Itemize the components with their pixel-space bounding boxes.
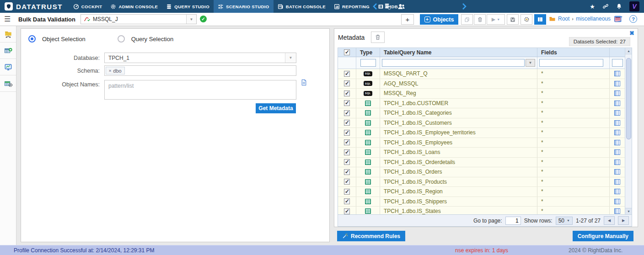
brand[interactable]: DATATRUST bbox=[0, 0, 69, 13]
action-filter-input[interactable] bbox=[612, 59, 623, 67]
name-filter-input[interactable] bbox=[382, 59, 525, 67]
col-type-header[interactable]: Type bbox=[356, 48, 380, 57]
connection-dropdown-arrow-icon[interactable]: ▼ bbox=[186, 15, 196, 24]
objects-button[interactable]: + Objects bbox=[420, 14, 458, 25]
table-row[interactable]: TPCH_1.dbo.IS_Region * bbox=[338, 187, 632, 197]
row-checkbox[interactable] bbox=[344, 179, 350, 185]
table-row[interactable]: TPCH_1.dbo.IS_Customers * bbox=[338, 118, 632, 128]
query-selection-radio[interactable] bbox=[118, 35, 125, 42]
nav-item-scenario-studio[interactable]: SCENARIO STUDIO bbox=[214, 0, 274, 13]
row-checkbox[interactable] bbox=[344, 100, 350, 106]
database-select[interactable]: TPCH_1 ▼ bbox=[104, 53, 296, 63]
bell-icon[interactable] bbox=[616, 3, 622, 10]
chip-remove-icon[interactable]: × bbox=[109, 69, 111, 73]
script-icon[interactable] bbox=[613, 14, 623, 24]
table-row[interactable]: TPCH_1.dbo.IS_Employee_territories * bbox=[338, 128, 632, 138]
nav-item-batch-console[interactable]: BATCH CONSOLE bbox=[274, 0, 330, 13]
dataset-add-icon[interactable] bbox=[0, 42, 16, 59]
hamburger-icon[interactable]: ☰ bbox=[4, 15, 11, 23]
table-row[interactable]: SQL MSSQL_Reg * bbox=[338, 89, 632, 99]
database-dropdown-arrow-icon[interactable]: ▼ bbox=[285, 53, 296, 63]
table-row[interactable]: TPCH_1.dbo.IS_Categories * bbox=[338, 108, 632, 118]
select-all-checkbox[interactable] bbox=[344, 49, 350, 55]
run-caret-icon[interactable]: ▼ bbox=[497, 18, 500, 21]
help-icon[interactable]: ? bbox=[629, 15, 637, 23]
nav-scroll-right-icon[interactable] bbox=[462, 3, 467, 10]
row-checkbox[interactable] bbox=[344, 80, 350, 86]
star-icon[interactable]: ★ bbox=[590, 3, 595, 10]
fields-filter-input[interactable] bbox=[539, 59, 603, 67]
row-columns-icon[interactable] bbox=[614, 179, 620, 185]
breadcrumb-current[interactable]: miscellaneous bbox=[576, 16, 611, 22]
nav-item-cockpit[interactable]: COCKPIT bbox=[69, 0, 107, 13]
table-row[interactable]: TPCH_1.dbo.IS_Employees * bbox=[338, 138, 632, 148]
row-checkbox[interactable] bbox=[344, 110, 350, 116]
delete-button[interactable] bbox=[474, 14, 486, 25]
page-number-input[interactable] bbox=[505, 217, 521, 225]
upload-list-icon[interactable] bbox=[301, 79, 307, 86]
row-columns-icon[interactable] bbox=[614, 110, 620, 116]
link-icon[interactable] bbox=[602, 3, 609, 10]
row-checkbox[interactable] bbox=[344, 169, 350, 175]
row-checkbox[interactable] bbox=[344, 149, 350, 155]
dataset-settings-icon[interactable] bbox=[0, 75, 16, 92]
scroll-down-icon[interactable]: ▼ bbox=[625, 208, 632, 214]
table-row[interactable]: TPCH_1.dbo.IS_Products * bbox=[338, 177, 632, 187]
schema-input[interactable]: × dbo bbox=[104, 65, 296, 76]
col-name-header[interactable]: Table/Query Name bbox=[380, 48, 537, 57]
scrollbar-thumb[interactable] bbox=[626, 58, 631, 139]
table-row[interactable]: SQL MSSQL_PART_Q * bbox=[338, 69, 632, 79]
row-checkbox[interactable] bbox=[344, 120, 350, 126]
connection-select[interactable]: MSSQL_J ▼ bbox=[80, 14, 197, 24]
nav-item-query-studio[interactable]: QUERY STUDIO bbox=[162, 0, 214, 13]
table-row[interactable]: TPCH_1.dbo.CUSTOMER * bbox=[338, 99, 632, 109]
run-button[interactable]: ▶ ▼ bbox=[487, 14, 505, 25]
row-columns-icon[interactable] bbox=[614, 130, 620, 135]
avatar[interactable]: V bbox=[629, 1, 639, 11]
table-row[interactable]: TPCH_1.dbo.IS_Orders * bbox=[338, 167, 632, 177]
datasource-settings-icon[interactable] bbox=[384, 3, 391, 10]
table-row[interactable]: TPCH_1.dbo.IS_Loans * bbox=[338, 148, 632, 158]
nav-item-reporting[interactable]: REPORTING bbox=[330, 0, 374, 13]
table-row[interactable]: SQL AGQ_MSSQL * bbox=[338, 79, 632, 89]
get-metadata-button[interactable]: Get Metadata bbox=[256, 103, 296, 113]
profiling-icon[interactable] bbox=[0, 59, 16, 75]
breadcrumb-root[interactable]: Root bbox=[558, 16, 569, 22]
rows-per-page-select[interactable]: 50 ▼ bbox=[556, 217, 573, 225]
next-page-button[interactable]: ▶ bbox=[618, 216, 629, 225]
configure-manually-button[interactable]: Configure Manually bbox=[573, 231, 633, 241]
row-columns-icon[interactable] bbox=[614, 71, 620, 76]
row-columns-icon[interactable] bbox=[614, 149, 620, 155]
row-columns-icon[interactable] bbox=[614, 159, 620, 165]
table-row[interactable]: TPCH_1.dbo.IS_Shippers * bbox=[338, 197, 632, 207]
folder-tree-icon[interactable] bbox=[0, 26, 16, 42]
row-checkbox[interactable] bbox=[344, 208, 350, 214]
table-row[interactable]: TPCH_1.dbo.IS_Orderdetails * bbox=[338, 158, 632, 168]
close-icon[interactable]: ✖ bbox=[629, 30, 634, 37]
object-selection-radio[interactable] bbox=[28, 35, 36, 42]
row-columns-icon[interactable] bbox=[614, 120, 620, 126]
row-columns-icon[interactable] bbox=[614, 208, 620, 214]
nav-scroll-left-icon[interactable] bbox=[373, 3, 377, 10]
scroll-up-icon[interactable]: ▲ bbox=[625, 48, 632, 54]
row-columns-icon[interactable] bbox=[614, 140, 620, 145]
object-names-input[interactable] bbox=[104, 80, 296, 100]
row-columns-icon[interactable] bbox=[614, 90, 620, 96]
row-columns-icon[interactable] bbox=[614, 169, 620, 175]
row-columns-icon[interactable] bbox=[614, 81, 620, 86]
row-columns-icon[interactable] bbox=[614, 199, 620, 204]
users-icon[interactable] bbox=[397, 3, 405, 10]
row-checkbox[interactable] bbox=[344, 139, 350, 145]
prev-page-button[interactable]: ◀ bbox=[604, 216, 615, 225]
row-checkbox[interactable] bbox=[344, 130, 350, 136]
row-columns-icon[interactable] bbox=[614, 101, 620, 106]
name-filter-dropdown-icon[interactable]: ▼ bbox=[526, 59, 535, 67]
nav-item-admin-console[interactable]: ADMIN CONSOLE bbox=[106, 0, 162, 13]
add-button[interactable]: + bbox=[401, 14, 414, 25]
table-row[interactable]: TPCH_1.dbo.IS_States * bbox=[338, 207, 632, 215]
save-button[interactable] bbox=[507, 14, 519, 25]
col-fields-header[interactable]: Fields bbox=[537, 48, 610, 57]
layout-columns-button[interactable] bbox=[534, 14, 546, 25]
settings-button[interactable] bbox=[521, 14, 532, 25]
row-checkbox[interactable] bbox=[344, 71, 350, 77]
